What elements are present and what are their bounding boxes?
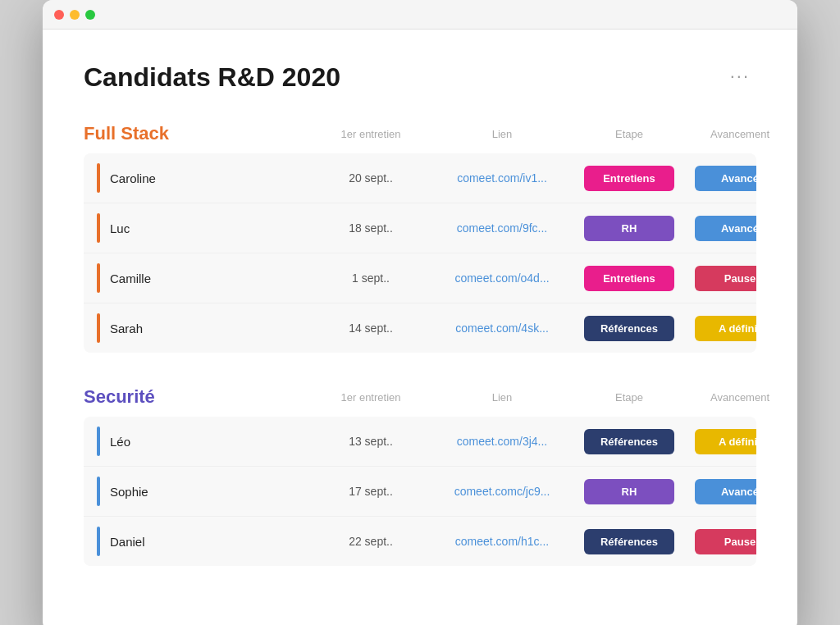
link-cell[interactable]: comeet.com/o4d... [428,271,576,285]
candidate-cell: Camille [84,253,313,303]
stage-badge[interactable]: Références [584,316,674,341]
candidate-cell: Daniel [84,517,313,566]
table-row: Sophie17 sept..comeet.comc/jc9...RHAvanc… [84,467,756,517]
progress-badge[interactable]: Pause [695,266,756,291]
page-header: Candidats R&D 2020 ··· [84,62,756,93]
table-full-stack: Caroline20 sept..comeet.com/iv1...Entret… [84,153,756,353]
candidate-cell: Léo [84,417,313,466]
link-cell[interactable]: comeet.com/3j4... [428,435,576,448]
stage-badge-cell: Entretiens [576,261,682,296]
col-header-link: Lien [428,391,576,404]
accent-bar [97,163,100,193]
table-row: Sarah14 sept..comeet.com/4sk...Référence… [84,303,756,353]
stage-badge[interactable]: Références [584,529,674,554]
candidate-name[interactable]: Daniel [110,535,145,549]
col-header-interview: 1er entretien [313,391,428,404]
section-title-securite: Securité [84,386,313,408]
accent-bar [97,213,100,243]
section-full-stack: Full Stack1er entretienLienEtapeAvanceme… [84,122,756,353]
date-cell: 18 sept.. [313,221,428,235]
progress-badge-cell: Avancé [682,474,756,509]
stage-badge-cell: RH [576,474,682,509]
link-cell[interactable]: comeet.com/h1c... [428,535,576,548]
date-cell: 22 sept.. [313,535,428,548]
sections-container: Full Stack1er entretienLienEtapeAvanceme… [84,122,756,566]
progress-badge[interactable]: A définir [695,429,756,454]
table-row: Léo13 sept..comeet.com/3j4...RéférencesA… [84,417,756,467]
candidate-cell: Luc [84,203,313,253]
stage-badge[interactable]: Entretiens [584,166,674,191]
candidate-name[interactable]: Camille [110,271,151,285]
stage-badge[interactable]: RH [584,216,674,241]
candidate-name[interactable]: Luc [110,221,130,235]
col-header-interview: 1er entretien [313,128,428,140]
progress-badge[interactable]: Pause [695,529,756,554]
candidate-name[interactable]: Sophie [110,485,148,499]
progress-badge[interactable]: Avancé [695,216,756,241]
progress-badge[interactable]: Avancé [695,479,756,504]
table-row: Daniel22 sept..comeet.com/h1c...Référenc… [84,517,756,566]
col-header-stage: Etape [576,391,682,404]
progress-badge-cell: Avancé [682,161,756,196]
col-header-progress: Avancement [682,391,797,404]
link-cell[interactable]: comeet.com/4sk... [428,322,576,335]
page-title: Candidats R&D 2020 [84,62,340,93]
table-row: Camille1 sept..comeet.com/o4d...Entretie… [84,253,756,303]
section-header-securite: Securité1er entretienLienEtapeAvancement… [84,385,756,408]
stage-badge-cell: Références [576,311,682,346]
col-header-link: Lien [428,128,576,140]
page-content: Candidats R&D 2020 ··· Full Stack1er ent… [43,30,797,625]
date-cell: 20 sept.. [313,171,428,185]
stage-badge-cell: Entretiens [576,161,682,196]
accent-bar [97,263,100,293]
more-options-button[interactable]: ··· [724,62,756,90]
minimize-icon[interactable] [70,10,80,20]
date-cell: 1 sept.. [313,271,428,285]
candidate-name[interactable]: Caroline [110,171,156,185]
progress-badge-cell: Pause [682,261,756,296]
table-row: Caroline20 sept..comeet.com/iv1...Entret… [84,153,756,203]
section-header-full-stack: Full Stack1er entretienLienEtapeAvanceme… [84,122,756,145]
stage-badge[interactable]: Références [584,429,674,454]
candidate-name[interactable]: Léo [110,435,130,449]
app-window: Candidats R&D 2020 ··· Full Stack1er ent… [43,0,797,625]
link-cell[interactable]: comeet.comc/jc9... [428,485,576,498]
close-icon[interactable] [54,10,64,20]
candidate-name[interactable]: Sarah [110,322,143,335]
link-cell[interactable]: comeet.com/9fc... [428,221,576,235]
accent-bar [97,313,100,343]
maximize-icon[interactable] [85,10,95,20]
progress-badge-cell: A définir [682,311,756,346]
table-row: Luc18 sept..comeet.com/9fc...RHAvancé [84,203,756,253]
section-securite: Securité1er entretienLienEtapeAvancement… [84,385,756,566]
accent-bar [97,477,100,506]
col-header-progress: Avancement [682,128,797,140]
date-cell: 17 sept.. [313,485,428,498]
titlebar [43,0,797,30]
accent-bar [97,427,100,456]
progress-badge-cell: A définir [682,424,756,459]
progress-badge-cell: Pause [682,524,756,559]
date-cell: 14 sept.. [313,322,428,335]
col-header-stage: Etape [576,128,682,140]
progress-badge[interactable]: A définir [695,316,756,341]
candidate-cell: Sarah [84,303,313,353]
stage-badge[interactable]: RH [584,479,674,504]
stage-badge-cell: Références [576,424,682,459]
link-cell[interactable]: comeet.com/iv1... [428,171,576,185]
progress-badge[interactable]: Avancé [695,166,756,191]
stage-badge[interactable]: Entretiens [584,266,674,291]
progress-badge-cell: Avancé [682,211,756,246]
table-securite: Léo13 sept..comeet.com/3j4...RéférencesA… [84,417,756,566]
candidate-cell: Caroline [84,153,313,203]
stage-badge-cell: RH [576,211,682,246]
accent-bar [97,527,100,556]
date-cell: 13 sept.. [313,435,428,448]
candidate-cell: Sophie [84,467,313,516]
section-title-full-stack: Full Stack [84,123,313,144]
stage-badge-cell: Références [576,524,682,559]
